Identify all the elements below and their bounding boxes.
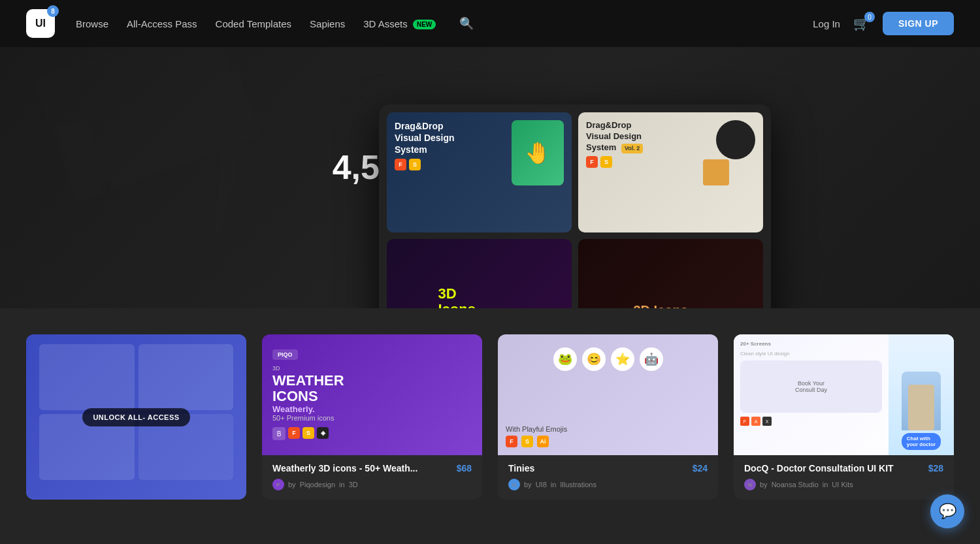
card2-square [703,159,729,185]
bottom-card-all-access[interactable]: UNLOCK ALL- ACCESS All-Access Pass $188 … [26,334,246,500]
emoji-1: 🐸 [553,347,577,371]
figma-icon-2: F [586,156,598,168]
logo-text: UI [35,18,46,29]
featured-products-grid: Drag&DropVisual DesignSystem F S 🤚 Bento… [387,112,763,308]
device-2 [139,344,234,410]
product-image-3d-icons-pack: 3D IconsPack 30+ ✓ Awesome customization… [578,239,763,308]
bottom-author-tinies: U by UI8 in Illustrations [508,479,596,490]
ai-t: Ai [537,436,549,447]
weatherly-type: 3D [272,365,472,372]
bottom-products-row: UNLOCK ALL- ACCESS All-Access Pass $188 … [26,334,954,500]
docq-style: Clean style UI design [740,351,882,357]
author-avatar-b4: N [744,479,756,490]
signup-button[interactable]: SIGN UP [883,12,954,35]
nav-browse[interactable]: Browse [76,18,108,29]
product-image-multiangle: 3DIconsbusiness ✓ Awesome customizationf… [387,239,572,308]
sketch-icon-2: S [600,156,612,168]
nav-coded-templates[interactable]: Coded Templates [216,18,291,29]
bottom-meta-docq: N by Noansa Studio in UI Kits [744,479,943,490]
other-icon-w: ◈ [317,427,329,439]
bottom-section: UNLOCK ALL- ACCESS All-Access Pass $188 … [0,308,980,544]
author-avatar-b2: P [272,479,284,490]
figma-icon-w: F [288,427,300,439]
emoji-4: 🤖 [640,347,663,371]
xd-d: X [762,417,772,426]
fi-d: F [740,417,749,426]
card2-decoration [703,120,755,185]
bottom-meta-tinies: U by UI8 in Illustrations [508,479,708,490]
card-tool-icons-1: F S [395,159,455,170]
logo[interactable]: UI 8 [26,9,55,38]
product-image-bento-vol2: Drag&DropVisual DesignSystem Vol. 2 F S [578,112,763,232]
bottom-card-info-weatherly: Weatherly 3D icons - 50+ Weath... $68 P … [262,455,482,500]
nav-sapiens[interactable]: Sapiens [310,18,345,29]
weatherly-count: 50+ Premium icons [272,414,472,422]
in-b3: in [551,481,557,488]
card-img-text-4: 3D IconsPack 30+ [633,303,708,308]
bottom-title-tinies: Tinies [508,463,534,473]
emoji-2: 😊 [582,347,606,371]
in-b2: in [339,481,345,488]
header-right: Log In 🛒 0 SIGN UP [813,12,954,35]
product-card-3d-icons-pack[interactable]: 3D IconsPack 30+ ✓ Awesome customization… [578,239,763,308]
bottom-card-img-all-access: UNLOCK ALL- ACCESS [26,334,246,500]
bottom-meta-price-2: Weatherly 3D icons - 50+ Weath... $68 [272,463,472,473]
bottom-card-info-tinies: Tinies $24 U by UI8 in Illustrations [498,455,718,500]
doctor-avatar [902,372,941,430]
bottom-price-docq: $28 [928,463,943,473]
vol2-badge: Vol. 2 [621,144,643,154]
bottom-author-docq: N by Noansa Studio in UI Kits [744,479,853,490]
chat-support-button[interactable]: 💬 [930,494,964,528]
docq-left: 20+ Screens Clean style UI design Book Y… [734,334,889,455]
bottom-price-tinies: $24 [693,463,708,473]
author-avatar-b3: U [508,479,520,490]
main-nav: Browse All-Access Pass Coded Templates S… [76,16,813,31]
cart-button[interactable]: 🛒 0 [853,16,870,31]
docq-screen1-text: Book YourConsult Day [795,380,827,393]
nav-3d-assets[interactable]: 3D Assets NEW [363,18,436,29]
card1-emoji: 🤚 [525,140,551,165]
login-button[interactable]: Log In [813,18,840,29]
hero-section: 4,561 curated desig We're a growing fa D… [0,47,980,308]
bottom-price-weatherly: $68 [457,463,472,473]
sketch-icon-w: S [302,427,314,439]
card1-decoration: 🤚 [512,120,564,185]
bottom-card-img-docq: 20+ Screens Clean style UI design Book Y… [734,334,954,455]
nav-all-access[interactable]: All-Access Pass [127,18,197,29]
product-card-bento-vol1[interactable]: Drag&DropVisual DesignSystem F S 🤚 Bento… [387,112,572,232]
cart-count: 0 [864,12,875,22]
product-card-bento-vol2[interactable]: Drag&DropVisual DesignSystem Vol. 2 F S … [578,112,763,232]
bottom-card-img-weatherly: PIQO 3D WEATHERICONS Weatherly. 50+ Prem… [262,334,482,455]
figma-t: F [506,436,517,447]
bottom-card-tinies[interactable]: With Playful Emojis F S Ai 🐸 😊 ⭐ 🤖 Tini [498,334,718,500]
bottom-card-img-tinies: With Playful Emojis F S Ai 🐸 😊 ⭐ 🤖 [498,334,718,455]
chat-icon: 💬 [939,503,956,520]
bottom-title-weatherly: Weatherly 3D icons - 50+ Weath... [272,463,417,473]
emoji-3: ⭐ [611,347,634,371]
bottom-card-weatherly[interactable]: PIQO 3D WEATHERICONS Weatherly. 50+ Prem… [262,334,482,500]
blend-icon-w: B [272,427,286,440]
by-b3: by [524,481,532,488]
featured-products-panel: Drag&DropVisual DesignSystem F S 🤚 Bento… [379,104,771,308]
search-icon[interactable]: 🔍 [459,16,474,31]
docq-screen1: Book YourConsult Day [740,360,882,413]
unlock-badge: UNLOCK ALL- ACCESS [82,408,189,426]
svg-rect-4 [214,67,313,243]
product-card-multiangle[interactable]: 3DIconsbusiness ✓ Awesome customizationf… [387,239,572,308]
new-badge: NEW [413,20,436,29]
docq-right: Chat withyour doctor [889,334,954,455]
chat-button-docq: Chat withyour doctor [902,433,941,450]
doctor-body [908,385,934,430]
bottom-author-weatherly: P by Piqodesign in 3D [272,479,358,490]
card-img-text-1: Drag&DropVisual DesignSystem [395,120,455,156]
in-b4: in [823,481,828,488]
ae-d: A [751,417,760,426]
figma-icon: F [395,159,406,170]
product-image-bento-vol1: Drag&DropVisual DesignSystem F S 🤚 [387,112,572,232]
card2-ball [716,120,755,159]
weatherly-icons-row: B F S ◈ [272,427,472,440]
bottom-card-info-docq: DocQ - Doctor Consultation UI KIT $28 N … [734,455,954,500]
bottom-card-docq[interactable]: 20+ Screens Clean style UI design Book Y… [734,334,954,500]
bottom-meta-weatherly: P by Piqodesign in 3D [272,479,472,490]
tinies-tool-icons: F S Ai [506,436,710,447]
